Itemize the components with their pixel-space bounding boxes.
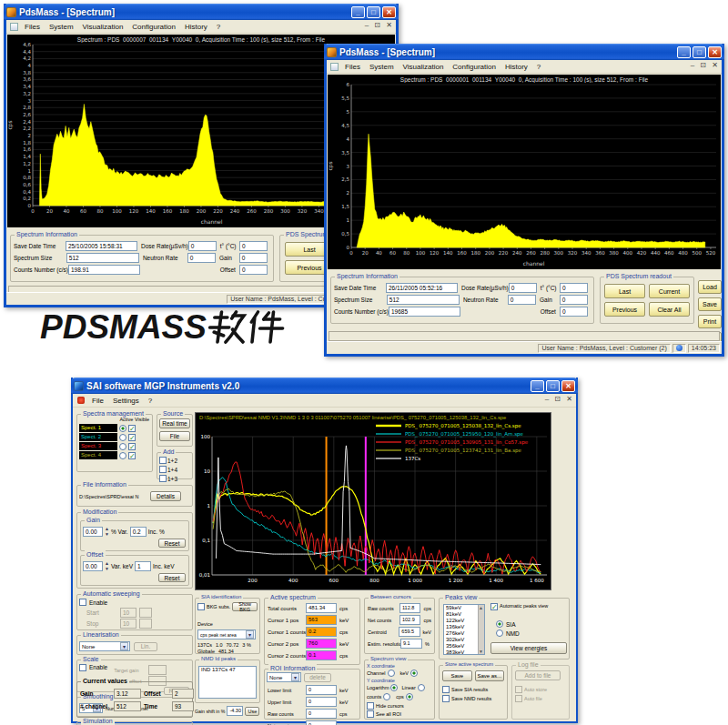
field-value[interactable]: 19685 <box>389 307 460 317</box>
save-button[interactable]: Save <box>698 297 722 311</box>
mdi-window-controls[interactable]: – ⊡ ✕ <box>545 395 574 403</box>
field-value[interactable]: 9.1 <box>400 639 422 649</box>
save-as--button[interactable]: Save as... <box>475 670 505 681</box>
mdi-window-controls[interactable]: – ⊡ ✕ <box>691 61 720 69</box>
menu-configuration[interactable]: Configuration <box>127 23 180 31</box>
menu-settings[interactable]: Settings <box>108 397 144 405</box>
field-value[interactable]: 0 <box>188 241 217 251</box>
radio-counts[interactable] <box>383 693 390 700</box>
real-time-button[interactable]: Real time <box>159 418 190 428</box>
menu-system[interactable]: System <box>45 23 78 31</box>
close-button[interactable]: ✕ <box>708 46 722 58</box>
gain-reset-button[interactable]: Reset <box>158 539 186 548</box>
field-value[interactable]: 0 <box>508 295 536 305</box>
titlebar[interactable]: PdsMass - [Spectrum] _ □ ✕ <box>324 44 724 60</box>
save-button[interactable]: Save <box>442 670 472 681</box>
field-value[interactable]: 659.5 <box>399 627 420 637</box>
menu-history[interactable]: History <box>180 23 212 31</box>
field-value[interactable]: 0 <box>306 685 337 695</box>
scrollbar[interactable] <box>478 605 484 654</box>
spectrum-chart[interactable]: 00,511,522,533,544,555,56020406080100120… <box>328 75 721 267</box>
details-button[interactable]: Details <box>150 491 181 501</box>
add-checkbox[interactable] <box>159 466 167 473</box>
nmd-peaks-list[interactable]: IND 137Cs 47 <box>198 666 257 699</box>
checkbox[interactable] <box>515 686 522 693</box>
use-button[interactable]: Use <box>245 707 259 716</box>
minimize-button[interactable]: _ <box>351 6 365 18</box>
sweeping-enable-checkbox[interactable] <box>79 599 86 606</box>
offset-reset-button[interactable]: Reset <box>158 573 186 582</box>
active-radio[interactable] <box>119 443 126 450</box>
field-value[interactable] <box>139 608 152 618</box>
menu-configuration[interactable]: Configuration <box>448 63 500 71</box>
visible-checkbox[interactable]: ✓ <box>128 434 136 441</box>
field-value[interactable]: 0 <box>239 241 268 251</box>
close-button[interactable]: ✕ <box>382 6 396 18</box>
current-button[interactable]: Current <box>649 284 690 298</box>
field-value[interactable]: 0 <box>239 253 268 263</box>
field-value[interactable]: 760 <box>306 639 337 649</box>
add-to-file-button[interactable]: Add to file <box>515 670 561 680</box>
titlebar[interactable]: SAI software MGP Instruments v2.0 _ □ ✕ <box>71 378 578 394</box>
field-value[interactable]: 0 <box>560 307 588 317</box>
menu-file[interactable]: File <box>87 397 108 405</box>
view-energies-button[interactable]: View energies <box>490 642 567 654</box>
maximize-button[interactable]: □ <box>693 46 706 58</box>
field-value[interactable]: 198.91 <box>68 265 140 275</box>
field-value[interactable]: 0.1 <box>306 650 337 660</box>
menu-files[interactable]: Files <box>340 63 365 71</box>
print-button[interactable]: Print <box>698 315 722 328</box>
field-value[interactable]: 0 <box>560 295 588 305</box>
mdi-window-controls[interactable]: – ⊡ ✕ <box>365 21 394 29</box>
field-value[interactable]: 512 <box>387 295 460 305</box>
field-value[interactable] <box>148 665 167 675</box>
field-value[interactable]: 0 <box>187 253 216 263</box>
device-dropdown[interactable]: cps peak net area▾ <box>197 629 256 639</box>
field-value[interactable]: 25/10/2005 15:58:31 <box>66 241 137 251</box>
menu--[interactable]: ? <box>532 63 545 71</box>
menu-visualization[interactable]: Visualization <box>399 63 449 71</box>
gain-shift-field[interactable]: -4.30 <box>227 706 243 716</box>
checkbox[interactable] <box>442 686 450 693</box>
checkbox[interactable] <box>442 695 450 702</box>
menu-files[interactable]: Files <box>20 23 45 31</box>
close-button[interactable]: ✕ <box>561 380 575 392</box>
field-value[interactable]: 0 <box>306 720 337 725</box>
file-button[interactable]: File <box>159 431 190 441</box>
field-value[interactable]: 102.9 <box>399 615 420 625</box>
minimize-button[interactable]: _ <box>531 380 544 392</box>
menu--[interactable]: ? <box>144 397 157 405</box>
load-button[interactable]: Load <box>698 280 722 294</box>
field-value[interactable]: 481.34 <box>306 603 337 613</box>
automatic-peaks-checkbox[interactable]: ✓ <box>490 603 498 610</box>
field-value[interactable]: 563 <box>306 615 337 625</box>
bkg-subs-checkbox[interactable] <box>197 603 205 610</box>
field-value[interactable]: 0 <box>306 697 337 707</box>
radio-kev[interactable] <box>410 670 418 677</box>
field-value[interactable]: 10 <box>120 619 136 629</box>
add-checkbox[interactable] <box>159 457 167 464</box>
radio-sia[interactable] <box>496 620 503 628</box>
gain-increment-field[interactable]: 0.2 <box>130 527 147 537</box>
field-value[interactable]: 0.2 <box>306 627 337 637</box>
menu-history[interactable]: History <box>500 63 532 71</box>
maximize-button[interactable]: □ <box>546 380 560 392</box>
dropdown-arrow-icon[interactable]: ▾ <box>120 642 128 650</box>
dropdown-arrow-icon[interactable]: ▾ <box>246 630 254 639</box>
maximize-button[interactable]: □ <box>367 6 380 18</box>
field-value[interactable]: 512 <box>66 253 139 263</box>
dropdown-arrow-icon[interactable]: ▾ <box>291 673 299 681</box>
visible-checkbox[interactable]: ✓ <box>128 452 136 459</box>
menu--[interactable]: ? <box>212 23 225 31</box>
active-radio[interactable] <box>119 452 126 459</box>
clear-all-button[interactable]: Clear All <box>649 302 690 317</box>
field-value[interactable]: 0 <box>509 283 537 293</box>
active-radio[interactable] <box>119 434 126 441</box>
field-value[interactable]: 26/11/2005 05:52:16 <box>386 283 458 293</box>
menu-system[interactable]: System <box>365 63 399 71</box>
checkbox[interactable] <box>515 695 522 702</box>
peaks-list[interactable]: 59keV81keV122keV136keV276keV302keV356keV… <box>443 604 485 655</box>
gain-spinner[interactable]: 0.00 <box>83 527 103 537</box>
linearisation-dropdown[interactable]: None▾ <box>79 641 130 651</box>
spinner-arrows-icon[interactable]: ▲▼ <box>105 526 109 537</box>
